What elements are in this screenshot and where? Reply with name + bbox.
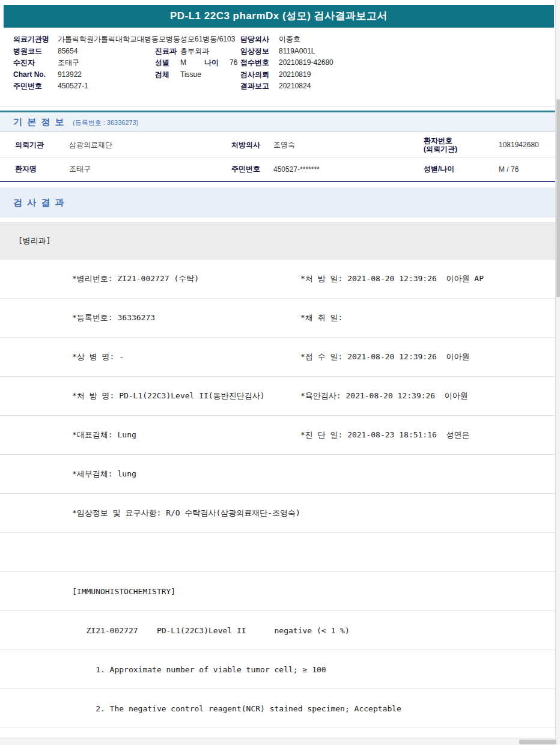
result-left: *세부검체: lung [72,469,136,479]
field-label: 담당의사 [240,34,279,46]
result-right: *처 방 일: 2021-08-20 12:39:26 이아원 AP [300,273,484,284]
horizontal-scrollbar-thumb[interactable] [519,740,556,744]
field-value: 조태구 [58,57,79,69]
result-left: *등록번호: 36336273 [72,312,155,323]
result-left: 2. The negative control reagent(NCR) sta… [72,704,401,713]
result-left: *임상정보 및 요구사항: R/O 수탁검사(삼광의료재단-조영숙) [72,508,300,518]
field-label: 검체 [155,69,180,81]
basic-info-table: 의뢰기관 삼광의료재단 처방의사 조영숙 환자번호 (의뢰기관) 1081942… [0,133,560,182]
field-value: 삼광의료재단 [69,140,231,150]
result-row [0,533,560,572]
field-value: 가톨릭학원가톨릭대학교대병동모병동성모61병동/6103 [58,34,235,46]
horizontal-scrollbar[interactable] [0,738,560,745]
table-row: 의뢰기관 삼광의료재단 처방의사 조영숙 환자번호 (의뢰기관) 1081942… [0,133,560,157]
result-row: *임상정보 및 요구사항: R/O 수탁검사(삼광의료재단-조영숙) [0,494,560,533]
field-value: M / 76 [499,165,560,174]
header-field: 검체 Tissue [155,69,237,81]
patient-header-col2: 진료과 흉부외과 성별 M 나이 76 검체 Tissue [155,46,237,81]
field-label: 병원코드 [13,46,58,58]
result-left: ZI21-002727 PD-L1(22C3)Level II negative… [72,626,350,635]
header-divider [0,106,560,106]
field-label: 의료기관명 [13,34,58,46]
field-label: 성별/나이 [424,164,499,174]
field-label: 환자번호 (의뢰기관) [424,136,499,153]
result-left: *상 병 명: - [72,351,124,362]
department-band: [병리과] [0,222,560,260]
field-label-line1: 환자번호 [424,136,499,145]
field-value: 조영숙 [273,140,424,150]
field-label: 접수번호 [240,57,279,69]
result-row: *대표검체: Lung *진 단 일: 2021-08-23 18:51:16 … [0,416,560,455]
result-right: *채 취 일: [300,312,342,323]
field-label: 나이 [204,57,230,69]
field-value: 1081942680 [499,141,560,149]
field-label: 주민번호 [231,164,273,174]
result-right: *접 수 일: 2021-08-20 12:39:26 이아원 [300,351,470,362]
field-label: 결과보고 [240,81,279,93]
field-label: 검사의뢰 [240,69,279,81]
header-field: 주민번호 450527-1 [13,81,235,93]
report-title-banner: PD-L1 22C3 pharmDx (성모) 검사결과보고서 [4,5,554,28]
field-label: 의뢰기관 [15,140,69,150]
result-row: 2. The negative control reagent(NCR) sta… [0,689,560,728]
department-label: [병리과] [18,236,51,245]
field-value: 76 [230,57,237,69]
header-field: 결과보고 20210824 [240,81,333,93]
field-label: 수진자 [13,57,58,69]
section-title: 기 본 정 보 [13,117,65,127]
field-value: 흉부외과 [180,46,209,58]
result-row: *상 병 명: - *접 수 일: 2021-08-20 12:39:26 이아… [0,338,560,377]
field-label: Chart No. [13,69,58,81]
result-left: [IMMUNOHISTOCHEMISTRY] [72,587,175,596]
result-row: *세부검체: lung [0,455,560,494]
field-label: 임상정보 [240,46,279,58]
table-row: 환자명 조태구 주민번호 450527-******* 성별/나이 M / 76 [0,157,560,182]
result-row: [IMMUNOHISTOCHEMISTRY] [0,572,560,611]
result-left: *대표검체: Lung [72,430,136,440]
result-row: *등록번호: 36336273 *채 취 일: [0,299,560,338]
vertical-scrollbar-thumb[interactable] [556,99,560,297]
field-value: 이종호 [279,34,300,46]
header-field: 의료기관명 가톨릭학원가톨릭대학교대병동모병동성모61병동/6103 [13,34,235,46]
result-left: 1. Approximate number of viable tumor ce… [72,665,326,674]
header-field: 접수번호 20210819-42680 [240,57,333,69]
results-section: *병리번호: ZI21-002727 (수탁) *처 방 일: 2021-08-… [0,260,560,728]
header-field: 진료과 흉부외과 [155,46,237,58]
vertical-scrollbar[interactable] [555,0,560,738]
field-label: 주민번호 [13,81,58,93]
field-value: 조태구 [69,164,231,174]
field-label: 처방의사 [231,140,273,150]
field-value: 85654 [58,46,78,58]
field-label-line2: (의뢰기관) [424,145,499,153]
section-subtitle: (등록번호 : 36336273) [73,119,138,126]
patient-header: 의료기관명 가톨릭학원가톨릭대학교대병동모병동성모61병동/6103 병원코드 … [0,34,560,96]
field-label: 환자명 [15,164,69,174]
field-value: 20210819 [279,69,311,81]
result-right: *육안검사: 2021-08-20 12:39:26 이아원 [300,391,468,401]
report-page: PD-L1 22C3 pharmDx (성모) 검사결과보고서 의료기관명 가톨… [0,0,560,745]
result-row: ZI21-002727 PD-L1(22C3)Level II negative… [0,611,560,650]
header-field: 임상정보 8119A001L [240,46,333,58]
results-section-header: 검 사 결 과 [0,187,560,217]
section-title: 검 사 결 과 [13,197,65,207]
field-value: M [180,57,204,69]
header-field: 담당의사 이종호 [240,34,333,46]
result-row: *병리번호: ZI21-002727 (수탁) *처 방 일: 2021-08-… [0,260,560,299]
field-value: 8119A001L [279,46,315,58]
field-value: Tissue [180,69,201,81]
basic-info-section-header: 기 본 정 보 (등록번호 : 36336273) [0,111,560,132]
patient-header-col3: 담당의사 이종호 임상정보 8119A001L 접수번호 20210819-42… [240,34,333,93]
field-label: 성별 [155,57,180,69]
header-field: 검사의뢰 20210819 [240,69,333,81]
field-value: 450527-1 [58,81,88,93]
field-value: 450527-******* [273,165,424,174]
field-value: 20210824 [279,81,311,93]
result-left: *병리번호: ZI21-002727 (수탁) [72,273,199,284]
field-value: 913922 [58,69,82,81]
header-field: 성별 M 나이 76 [155,57,237,69]
result-row: 1. Approximate number of viable tumor ce… [0,650,560,689]
field-value: 20210819-42680 [279,57,333,69]
field-label: 진료과 [155,46,180,58]
result-left: *처 방 명: PD-L1(22C3)Level II(동반진단검사) [72,391,265,401]
result-row: *처 방 명: PD-L1(22C3)Level II(동반진단검사) *육안검… [0,377,560,416]
